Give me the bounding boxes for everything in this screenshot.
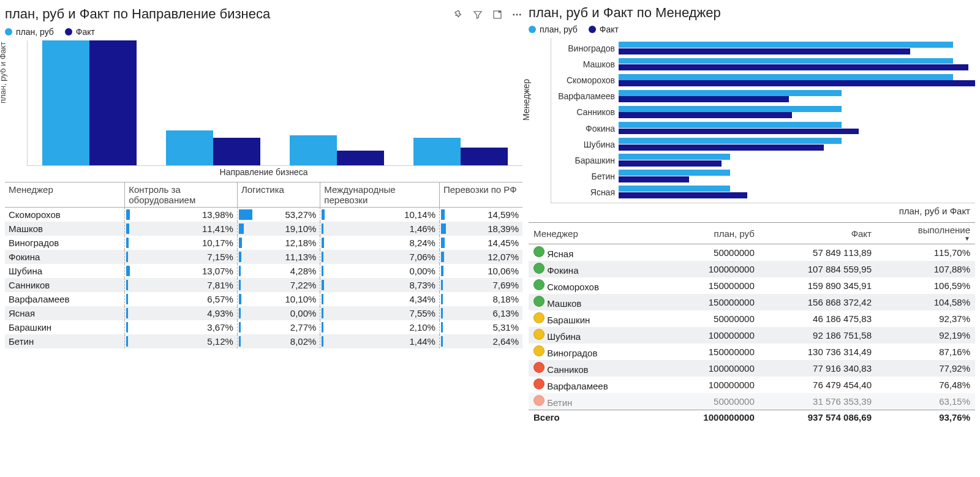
left-legend: план, руб Факт (5, 27, 522, 37)
table-row[interactable]: Бетин5000000031 576 353,3963,15% (529, 393, 975, 410)
matrix-header[interactable]: Менеджер (5, 182, 125, 208)
matrix-table[interactable]: МенеджерКонтроль за оборудованиемЛогисти… (5, 182, 522, 348)
svg-point-2 (516, 14, 518, 15)
table-row[interactable]: Бетин5,12%8,02%1,44%2,64% (5, 334, 522, 348)
table-row[interactable]: Барашкин5000000046 186 475,8392,37% (529, 310, 975, 327)
table-row[interactable]: Шубина13,07%4,28%0,00%10,06% (5, 264, 522, 278)
left-x-axis-label: Направление бизнеса (5, 167, 522, 177)
matrix-header[interactable]: Международные перевозки (320, 182, 440, 208)
status-indicator (533, 246, 545, 257)
status-indicator (533, 296, 545, 307)
table-row[interactable]: Варфаламеев6,57%10,10%4,34%8,18% (5, 292, 522, 306)
matrix-header[interactable]: Контроль за оборудованием (125, 182, 238, 208)
table-row[interactable]: Ясная4,93%0,00%7,55%6,13% (5, 306, 522, 320)
right-bar-chart[interactable]: Менеджер ВиноградовМашковСкомороховВарфа… (529, 38, 975, 203)
status-indicator (533, 378, 545, 389)
left-chart-title: план, руб и Факт по Направление бизнеса (5, 6, 270, 22)
more-icon[interactable] (511, 9, 522, 23)
right-legend: план, руб Факт (529, 24, 975, 34)
table-row[interactable]: Виноградов10,17%12,18%8,24%14,45% (5, 236, 522, 250)
table-row[interactable]: Фокина100000000107 884 559,95107,88% (529, 261, 975, 277)
table-row[interactable]: Скоморохов13,98%53,27%10,14%14,59% (5, 208, 522, 222)
table-row[interactable]: Санников10000000077 916 340,8377,92% (529, 360, 975, 377)
svg-point-3 (519, 14, 521, 15)
col-exec[interactable]: выполнение▼ (876, 223, 975, 244)
table-row[interactable]: Варфаламеев10000000076 479 454,4076,48% (529, 377, 975, 393)
table-row[interactable]: Машков11,41%19,10%1,46%18,39% (5, 222, 522, 236)
status-indicator (533, 329, 545, 340)
right-chart-title: план, руб и Факт по Менеджер (529, 5, 975, 21)
status-indicator (533, 312, 545, 323)
matrix-header[interactable]: Логистика (237, 182, 320, 208)
table-row[interactable]: Ясная5000000057 849 113,89115,70% (529, 244, 975, 261)
table-row[interactable]: Фокина7,15%11,13%7,06%12,07% (5, 250, 522, 264)
data-table[interactable]: Менеджер план, руб Факт выполнение▼ Ясна… (529, 222, 975, 424)
left-bar-chart[interactable]: план, руб и Факт (5, 40, 522, 166)
status-indicator (533, 395, 545, 406)
matrix-header[interactable]: Перевозки по РФ (439, 182, 522, 208)
table-row[interactable]: Шубина10000000092 186 751,5892,19% (529, 327, 975, 344)
table-row[interactable]: Барашкин3,67%2,77%2,10%5,31% (5, 320, 522, 334)
focus-icon[interactable] (492, 9, 503, 23)
svg-point-1 (513, 14, 514, 15)
table-row[interactable]: Машков150000000156 868 372,42104,58% (529, 294, 975, 310)
table-row[interactable]: Санников7,81%7,22%8,73%7,69% (5, 278, 522, 292)
table-row[interactable]: Скоморохов150000000159 890 345,91106,59% (529, 277, 975, 294)
pin-icon[interactable] (453, 9, 464, 23)
sort-desc-icon: ▼ (881, 235, 970, 242)
status-indicator (533, 279, 545, 290)
col-manager[interactable]: Менеджер (529, 223, 663, 244)
col-fact[interactable]: Факт (760, 223, 876, 244)
filter-icon[interactable] (472, 9, 483, 23)
table-row[interactable]: Виноградов150000000130 736 314,4987,16% (529, 344, 975, 360)
status-indicator (533, 345, 545, 356)
status-indicator (533, 362, 545, 373)
status-indicator (533, 263, 545, 274)
total-label: Всего (529, 410, 663, 425)
col-plan[interactable]: план, руб (663, 223, 760, 244)
right-x-axis-label: план, руб и Факт (529, 206, 970, 216)
